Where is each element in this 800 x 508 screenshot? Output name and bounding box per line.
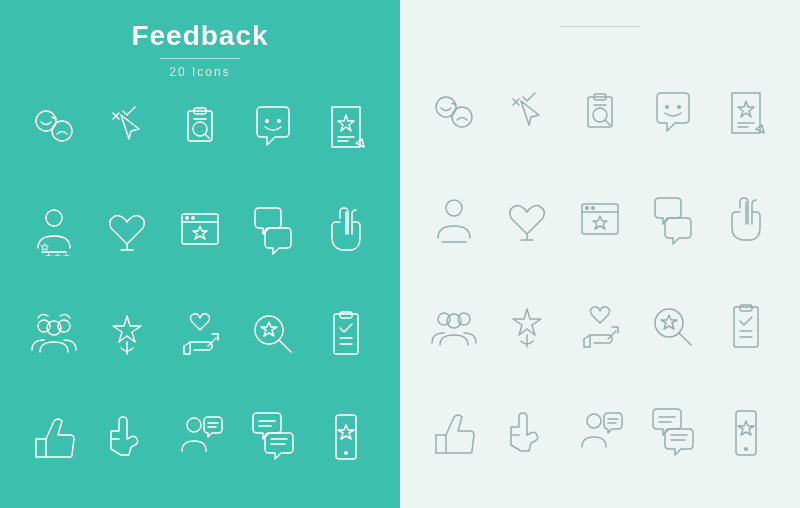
icons-grid-teal: ★★★ bbox=[20, 87, 380, 496]
svg-marker-50 bbox=[338, 425, 354, 439]
svg-marker-82 bbox=[661, 315, 677, 329]
svg-point-15 bbox=[46, 210, 62, 226]
icon-happy-bubble-light bbox=[638, 73, 707, 153]
svg-rect-34 bbox=[334, 314, 358, 354]
icon-search-star-light bbox=[638, 287, 707, 367]
svg-point-11 bbox=[277, 119, 281, 123]
svg-line-8 bbox=[205, 134, 210, 139]
icon-star-cursor bbox=[93, 294, 162, 374]
svg-marker-23 bbox=[193, 226, 207, 239]
icon-chat-bubbles bbox=[238, 397, 307, 477]
svg-point-77 bbox=[458, 313, 470, 325]
light-panel bbox=[400, 0, 800, 508]
icon-checklist-light bbox=[711, 287, 780, 367]
svg-point-41 bbox=[187, 418, 201, 432]
icon-group-chat-light bbox=[420, 287, 489, 367]
teal-panel: Feedback 20 Icons bbox=[0, 0, 400, 508]
svg-point-72 bbox=[591, 206, 595, 210]
icon-cursor-decision bbox=[93, 87, 162, 167]
svg-marker-73 bbox=[593, 216, 607, 229]
svg-point-10 bbox=[265, 119, 269, 123]
icon-mobile-star-light bbox=[711, 393, 780, 473]
svg-point-71 bbox=[585, 206, 589, 210]
svg-rect-87 bbox=[740, 305, 752, 311]
svg-line-59 bbox=[605, 120, 610, 125]
svg-rect-84 bbox=[734, 307, 758, 347]
icon-give-heart bbox=[166, 294, 235, 374]
panel-title: Feedback bbox=[131, 20, 268, 52]
icon-checklist bbox=[311, 294, 380, 374]
icon-heart-hand-light bbox=[493, 180, 562, 260]
svg-marker-63 bbox=[738, 101, 754, 117]
svg-rect-37 bbox=[340, 312, 352, 318]
icon-person-speech-light bbox=[566, 393, 635, 473]
svg-marker-100 bbox=[738, 421, 754, 435]
svg-line-33 bbox=[279, 340, 291, 352]
icon-give-heart-light bbox=[566, 287, 635, 367]
svg-point-66 bbox=[446, 200, 462, 216]
svg-point-26 bbox=[38, 320, 50, 332]
icon-hand-checklist-light bbox=[493, 393, 562, 473]
icon-star-rating-light bbox=[711, 73, 780, 153]
svg-line-83 bbox=[679, 333, 691, 345]
icon-browser-star-light bbox=[566, 180, 635, 260]
icons-grid-light bbox=[420, 73, 780, 496]
title-divider bbox=[160, 58, 240, 59]
icon-clipboard-search bbox=[166, 87, 235, 167]
svg-marker-12 bbox=[338, 115, 354, 131]
icon-hand-pointer-light bbox=[711, 180, 780, 260]
panel-subtitle: 20 Icons bbox=[169, 65, 230, 79]
icon-hand-pointer bbox=[311, 190, 380, 270]
svg-marker-79 bbox=[513, 309, 541, 335]
icon-thumbs-up-light bbox=[420, 393, 489, 473]
icon-sentiment bbox=[20, 87, 89, 167]
icon-chat-feedback bbox=[238, 190, 307, 270]
svg-point-61 bbox=[665, 105, 669, 109]
svg-point-49 bbox=[344, 451, 348, 455]
icon-thumbs-up bbox=[20, 397, 89, 477]
icon-mobile-star bbox=[311, 397, 380, 477]
icon-clipboard-search-light bbox=[566, 73, 635, 153]
icon-person-review: ★★★ bbox=[20, 190, 89, 270]
icon-chat-feedback-light bbox=[638, 180, 707, 260]
svg-marker-29 bbox=[113, 316, 141, 342]
svg-point-99 bbox=[744, 447, 748, 451]
icon-cursor-decision-light bbox=[493, 73, 562, 153]
icon-star-rating bbox=[311, 87, 380, 167]
icon-star-cursor-light bbox=[493, 287, 562, 367]
icon-chat-bubbles-light bbox=[638, 393, 707, 473]
icon-hand-checklist bbox=[93, 397, 162, 477]
icon-group-chat bbox=[20, 294, 89, 374]
svg-marker-32 bbox=[261, 322, 277, 336]
icon-search-star bbox=[238, 294, 307, 374]
svg-point-91 bbox=[587, 414, 601, 428]
icon-heart-hand bbox=[93, 190, 162, 270]
icon-sentiment-light bbox=[420, 73, 489, 153]
icon-person-review-light bbox=[420, 180, 489, 260]
icon-browser-star bbox=[166, 190, 235, 270]
svg-point-22 bbox=[191, 216, 195, 220]
title-divider-light bbox=[560, 26, 640, 27]
svg-point-62 bbox=[677, 105, 681, 109]
svg-text:★★★: ★★★ bbox=[44, 251, 71, 256]
svg-point-27 bbox=[58, 320, 70, 332]
icon-person-speech bbox=[166, 397, 235, 477]
svg-point-76 bbox=[438, 313, 450, 325]
icon-happy-bubble bbox=[238, 87, 307, 167]
svg-point-21 bbox=[185, 216, 189, 220]
